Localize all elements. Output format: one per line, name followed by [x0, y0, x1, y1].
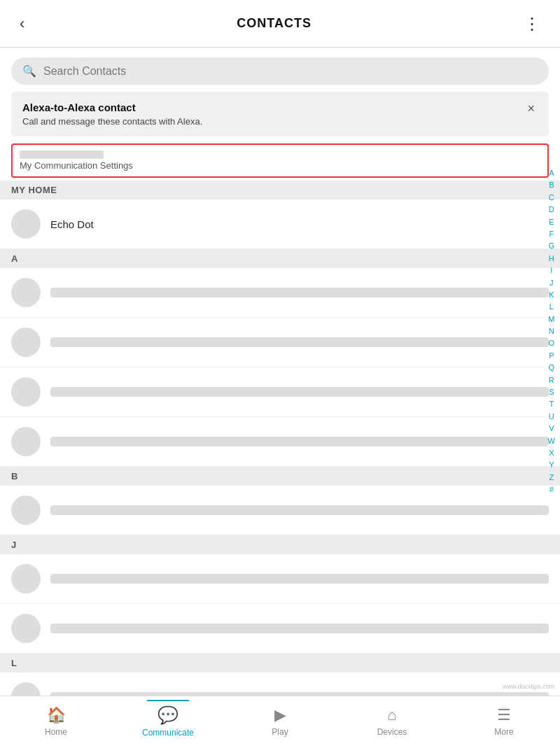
alpha-a[interactable]: A — [546, 168, 557, 178]
comm-settings-label: My Communication Settings — [20, 160, 540, 171]
avatar — [11, 209, 41, 239]
more-icon: ☰ — [497, 706, 511, 724]
header: ‹ CONTACTS ⋮ — [0, 0, 560, 48]
alphabet-index: A B C D E F G H I J K L M N O P Q R S T … — [546, 168, 557, 495]
alpha-v[interactable]: V — [546, 423, 557, 434]
list-item[interactable] — [0, 604, 560, 654]
search-icon: 🔍 — [22, 64, 36, 78]
alpha-p[interactable]: P — [546, 351, 557, 361]
contacts-list: MY HOME Echo Dot A B J — [0, 181, 560, 746]
contact-name: Echo Dot — [50, 218, 549, 230]
alpha-k[interactable]: K — [546, 290, 557, 300]
alexa-banner-heading: Alexa-to-Alexa contact — [22, 101, 202, 113]
more-button[interactable]: ⋮ — [518, 11, 546, 36]
alpha-f[interactable]: F — [546, 229, 557, 239]
alpha-y[interactable]: Y — [546, 460, 557, 470]
alpha-c[interactable]: C — [546, 192, 557, 203]
alpha-g[interactable]: G — [546, 241, 557, 251]
alpha-o[interactable]: O — [546, 338, 557, 349]
nav-item-communicate[interactable]: 💬 Communicate — [112, 700, 224, 743]
alpha-w[interactable]: W — [546, 436, 557, 446]
alexa-banner: Alexa-to-Alexa contact Call and message … — [11, 92, 549, 136]
list-item[interactable] — [0, 554, 560, 604]
avatar — [11, 377, 41, 407]
alpha-s[interactable]: S — [546, 387, 557, 397]
avatar — [11, 564, 41, 593]
contact-name — [50, 387, 549, 397]
nav-label-communicate: Communicate — [142, 728, 194, 738]
list-item[interactable] — [0, 367, 560, 417]
nav-label-play: Play — [272, 727, 288, 737]
alpha-h[interactable]: H — [546, 253, 557, 264]
comm-settings-name-blurred — [20, 150, 104, 159]
nav-label-devices: Devices — [377, 727, 407, 737]
avatar — [11, 495, 41, 525]
alexa-banner-text: Alexa-to-Alexa contact Call and message … — [22, 101, 202, 127]
nav-item-home[interactable]: 🏠 Home — [0, 701, 112, 743]
contact-name — [50, 337, 549, 347]
home-icon: 🏠 — [47, 706, 66, 724]
alpha-d[interactable]: D — [546, 204, 557, 215]
alpha-m[interactable]: M — [546, 314, 557, 325]
alpha-b[interactable]: B — [546, 180, 557, 190]
nav-item-more[interactable]: ☰ More — [448, 701, 560, 743]
page-title: CONTACTS — [237, 16, 312, 31]
list-item[interactable] — [0, 417, 560, 467]
nav-item-play[interactable]: ▶ Play — [224, 701, 336, 743]
alpha-q[interactable]: Q — [546, 363, 557, 373]
alpha-i[interactable]: I — [546, 265, 557, 276]
section-header-a: A — [0, 249, 560, 268]
contact-name — [50, 505, 549, 515]
contact-name — [50, 574, 549, 584]
avatar — [11, 614, 41, 643]
alpha-r[interactable]: R — [546, 375, 557, 386]
alpha-z[interactable]: Z — [546, 472, 557, 483]
alexa-banner-close-button[interactable]: × — [524, 101, 538, 116]
devices-icon: ⌂ — [387, 706, 396, 724]
search-bar: 🔍 — [11, 57, 549, 85]
alpha-u[interactable]: U — [546, 411, 557, 422]
list-item[interactable] — [0, 486, 560, 535]
nav-label-home: Home — [45, 727, 67, 737]
alpha-n[interactable]: N — [546, 326, 557, 337]
contact-name — [50, 437, 549, 446]
contact-row-echo-dot[interactable]: Echo Dot — [0, 199, 560, 249]
section-header-l: L — [0, 654, 560, 673]
play-icon: ▶ — [274, 706, 286, 724]
avatar — [11, 328, 41, 357]
alpha-e[interactable]: E — [546, 217, 557, 227]
alpha-j[interactable]: J — [546, 278, 557, 288]
back-button[interactable]: ‹ — [14, 12, 30, 36]
section-header-b: B — [0, 467, 560, 486]
nav-label-more: More — [494, 727, 513, 737]
alpha-x[interactable]: X — [546, 448, 557, 458]
alpha-hash[interactable]: # — [546, 484, 557, 495]
alpha-l[interactable]: L — [546, 302, 557, 312]
content-area: 🔍 Alexa-to-Alexa contact Call and messag… — [0, 57, 560, 746]
comm-settings-row[interactable]: My Communication Settings — [11, 143, 549, 178]
alpha-t[interactable]: T — [546, 399, 557, 409]
bottom-nav: 🏠 Home 💬 Communicate ▶ Play ⌂ Devices ☰ … — [0, 696, 560, 746]
section-header-j: J — [0, 535, 560, 554]
contact-name — [50, 288, 549, 297]
avatar — [11, 427, 41, 456]
alexa-banner-body: Call and message these contacts with Ale… — [22, 116, 202, 127]
communicate-icon: 💬 — [158, 705, 178, 725]
list-item[interactable] — [0, 268, 560, 318]
search-input[interactable] — [43, 65, 538, 78]
section-header-my-home: MY HOME — [0, 181, 560, 199]
contact-name — [50, 624, 549, 633]
nav-item-devices[interactable]: ⌂ Devices — [336, 701, 448, 743]
watermark: www.docstips.com — [503, 683, 554, 690]
avatar — [11, 278, 41, 307]
list-item[interactable] — [0, 318, 560, 367]
